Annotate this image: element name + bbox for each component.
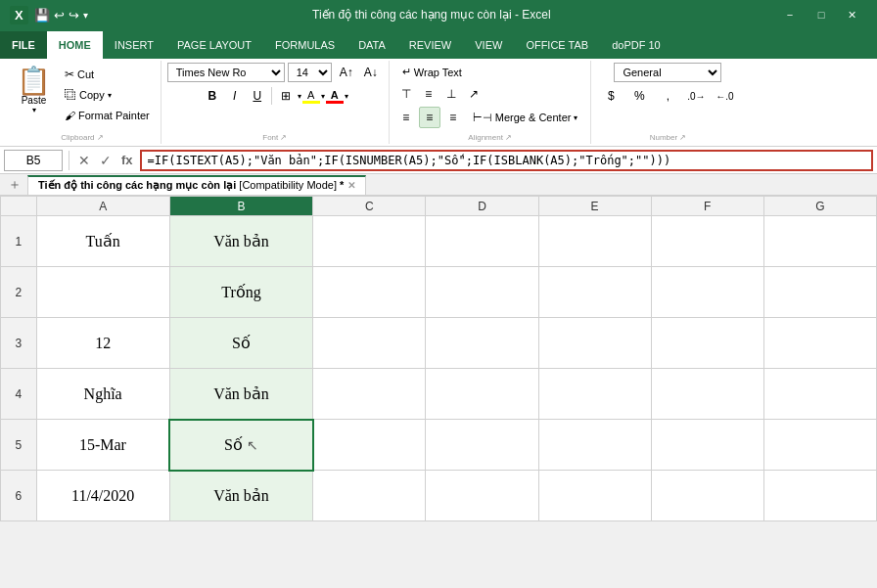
add-sheet-button[interactable]: ＋ [4, 176, 25, 194]
cell-g1[interactable] [763, 216, 876, 267]
cell-g3[interactable] [763, 318, 876, 369]
align-right-button[interactable]: ≡ [442, 107, 464, 128]
cell-c3[interactable] [313, 318, 426, 369]
bold-button[interactable]: B [202, 85, 223, 107]
cell-d1[interactable] [426, 216, 538, 267]
format-painter-button[interactable]: Format Painter [60, 106, 155, 125]
col-header-e[interactable]: E [538, 197, 651, 216]
copy-button[interactable]: Copy ▾ [60, 85, 155, 105]
cell-e5[interactable] [538, 420, 651, 471]
undo-icon[interactable]: ↩ [54, 8, 65, 23]
increase-font-button[interactable]: A↑ [335, 64, 358, 81]
align-center-button[interactable]: ≡ [419, 107, 440, 128]
cell-f5[interactable] [651, 420, 763, 471]
cell-d6[interactable] [426, 471, 538, 521]
cell-a1[interactable]: Tuấn [36, 216, 169, 267]
cell-e4[interactable] [538, 369, 651, 420]
cell-d3[interactable] [426, 318, 538, 369]
cell-a3[interactable]: 12 [36, 318, 169, 369]
border-button[interactable]: ⊞ [275, 85, 297, 107]
cell-f6[interactable] [651, 471, 763, 521]
cell-g2[interactable] [763, 267, 876, 318]
tab-formulas[interactable]: FORMULAS [263, 31, 346, 59]
decrease-decimal-button[interactable]: ←.0 [711, 85, 738, 107]
tab-file[interactable]: FILE [0, 31, 47, 59]
underline-button[interactable]: U [247, 85, 268, 107]
cell-e1[interactable] [538, 216, 651, 267]
align-top-button[interactable]: ⊤ [395, 83, 417, 105]
merge-dropdown[interactable]: ▾ [574, 113, 577, 122]
sheet-tab-main[interactable]: Tiến độ thi công các hạng mục còn lại [C… [27, 175, 366, 195]
number-expand-icon[interactable]: ↗ [679, 133, 686, 142]
cell-e6[interactable] [538, 471, 651, 521]
cell-g6[interactable] [763, 471, 876, 521]
fill-color-dropdown-icon[interactable]: ▾ [321, 92, 325, 101]
col-header-f[interactable]: F [651, 197, 763, 216]
tab-view[interactable]: VIEW [463, 31, 514, 59]
font-color-button[interactable]: A [326, 89, 344, 104]
tab-insert[interactable]: INSERT [103, 31, 165, 59]
merge-center-button[interactable]: ⊢⊣ Merge & Center ▾ [466, 109, 585, 127]
cell-f3[interactable] [651, 318, 763, 369]
cell-a4[interactable]: Nghĩa [36, 369, 169, 420]
clipboard-expand-icon[interactable]: ↗ [97, 133, 104, 142]
formula-input[interactable] [140, 150, 873, 171]
font-expand-icon[interactable]: ↗ [280, 133, 287, 142]
col-header-b[interactable]: B [169, 197, 313, 216]
orient-button[interactable]: ↗ [463, 83, 485, 105]
cancel-formula-button[interactable]: ✕ [75, 153, 93, 168]
border-dropdown-icon[interactable]: ▾ [298, 92, 301, 101]
col-header-c[interactable]: C [313, 197, 426, 216]
font-name-select[interactable]: Times New Ro [167, 63, 285, 82]
minimize-button[interactable]: − [775, 5, 805, 24]
confirm-formula-button[interactable]: ✓ [97, 153, 115, 168]
tab-home[interactable]: HOME [47, 31, 103, 59]
cell-reference-box[interactable] [4, 150, 63, 171]
cell-c6[interactable] [313, 471, 426, 521]
cell-d4[interactable] [426, 369, 538, 420]
decrease-font-button[interactable]: A↓ [359, 64, 383, 81]
cell-a5[interactable]: 15-Mar [36, 420, 169, 471]
tab-data[interactable]: DATA [346, 31, 397, 59]
cell-b6[interactable]: Văn bản [169, 471, 313, 521]
restore-button[interactable]: □ [807, 5, 836, 24]
align-bottom-button[interactable]: ⊥ [440, 83, 462, 105]
italic-button[interactable]: I [224, 85, 246, 107]
comma-button[interactable]: , [654, 85, 681, 107]
cell-a2[interactable] [36, 267, 169, 318]
font-color-dropdown-icon[interactable]: ▾ [345, 92, 348, 101]
cell-f1[interactable] [651, 216, 763, 267]
col-header-a[interactable]: A [36, 197, 169, 216]
col-header-d[interactable]: D [426, 197, 538, 216]
redo-icon[interactable]: ↪ [69, 8, 79, 23]
insert-function-button[interactable]: fx [118, 153, 136, 167]
tab-review[interactable]: REVIEW [397, 31, 463, 59]
align-middle-button[interactable]: ≡ [418, 83, 439, 105]
align-left-button[interactable]: ≡ [395, 107, 417, 128]
cell-g4[interactable] [763, 369, 876, 420]
customize-icon[interactable]: ▾ [83, 10, 88, 21]
increase-decimal-button[interactable]: .0→ [682, 85, 710, 107]
cell-f2[interactable] [651, 267, 763, 318]
fill-color-button[interactable]: A [302, 89, 320, 104]
save-icon[interactable]: 💾 [34, 8, 50, 23]
font-size-select[interactable]: 14 [288, 63, 332, 82]
cell-b3[interactable]: Số [169, 318, 313, 369]
tab-officetab[interactable]: OFFICE TAB [514, 31, 600, 59]
cell-b5[interactable]: Số ↖ [169, 420, 313, 471]
cell-c1[interactable] [313, 216, 426, 267]
tab-pagelayout[interactable]: PAGE LAYOUT [165, 31, 263, 59]
copy-dropdown[interactable]: ▾ [108, 91, 112, 100]
number-format-select[interactable]: General [614, 63, 721, 82]
cell-c4[interactable] [313, 369, 426, 420]
cell-b1[interactable]: Văn bản [169, 216, 313, 267]
paste-button[interactable]: 📋 Paste ▾ [10, 63, 58, 119]
cell-e2[interactable] [538, 267, 651, 318]
cell-f4[interactable] [651, 369, 763, 420]
close-button[interactable]: ✕ [838, 5, 867, 24]
cell-b2[interactable]: Trống [169, 267, 313, 318]
cell-b4[interactable]: Văn bản [169, 369, 313, 420]
cell-e3[interactable] [538, 318, 651, 369]
currency-button[interactable]: $ [597, 85, 624, 107]
cell-c2[interactable] [313, 267, 426, 318]
